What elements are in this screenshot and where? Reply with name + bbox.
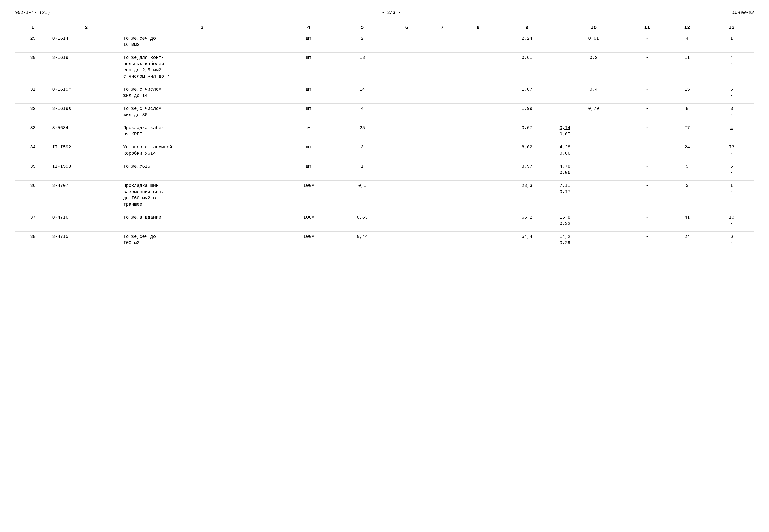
row-col11: - — [629, 231, 665, 248]
row-col7 — [425, 142, 460, 159]
row-desc: То же,для конт- рольных кабелей сеч.до 2… — [122, 52, 282, 82]
page-header: 902-I-47 (УШ) - 2/3 - 15400-08 — [15, 10, 754, 17]
row-spacer — [15, 120, 754, 123]
row-col10: 0,79 — [558, 104, 629, 120]
header-center: - 2/3 - — [382, 10, 401, 15]
row-unit: шт — [282, 104, 335, 120]
row-col6 — [389, 212, 425, 229]
row-code: 8-4707 — [51, 180, 122, 210]
row-col9: 8,02 — [496, 142, 558, 159]
row-col12: 3 — [665, 180, 709, 210]
row-spacer — [15, 159, 754, 161]
row-desc: Прокладка шин заземления сеч. до I60 мм2… — [122, 180, 282, 210]
row-col8 — [460, 231, 496, 248]
row-col12: 9 — [665, 161, 709, 178]
row-col11: - — [629, 104, 665, 120]
row-qty: 0,63 — [335, 212, 389, 229]
row-col11: - — [629, 52, 665, 82]
row-code: II-I592 — [51, 142, 122, 159]
row-col6 — [389, 52, 425, 82]
row-col6 — [389, 84, 425, 101]
row-col7 — [425, 212, 460, 229]
row-desc: То же,сеч.до I6 мм2 — [122, 33, 282, 50]
row-qty: 3 — [335, 142, 389, 159]
table-row: 338-5684Прокладка кабе- ля КРПТм250,670,… — [15, 123, 754, 139]
row-col7 — [425, 33, 460, 50]
row-col7 — [425, 161, 460, 178]
row-qty: 0,44 — [335, 231, 389, 248]
col-header-13: I3 — [709, 22, 754, 33]
row-col9: 0,6I — [496, 52, 558, 82]
row-col6 — [389, 161, 425, 178]
row-col6 — [389, 104, 425, 120]
row-col13: 4- — [709, 123, 754, 139]
row-col6 — [389, 142, 425, 159]
row-col9: I,07 — [496, 84, 558, 101]
header-right: 15400-08 — [732, 10, 754, 15]
row-col9: 8,97 — [496, 161, 558, 178]
row-qty: I8 — [335, 52, 389, 82]
row-col13: I0- — [709, 212, 754, 229]
row-unit: I00м — [282, 212, 335, 229]
row-num: 38 — [15, 231, 51, 248]
row-col10: 7,II0,I7 — [558, 180, 629, 210]
row-col10: 0,6I — [558, 33, 629, 50]
row-col8 — [460, 161, 496, 178]
row-code: 8-5684 — [51, 123, 122, 139]
table-row: 328-I6I9вТо же,с числом жил до 30шт4I,99… — [15, 104, 754, 120]
col-header-4: 4 — [282, 22, 335, 33]
row-col6 — [389, 123, 425, 139]
row-code: 8-I6I4 — [51, 33, 122, 50]
table-row: 368-4707Прокладка шин заземления сеч. до… — [15, 180, 754, 210]
row-col13: 3- — [709, 104, 754, 120]
row-col7 — [425, 84, 460, 101]
row-spacer — [15, 139, 754, 142]
row-col10: 0,2 — [558, 52, 629, 82]
row-qty: 25 — [335, 123, 389, 139]
row-num: 33 — [15, 123, 51, 139]
row-col11: - — [629, 161, 665, 178]
row-spacer — [15, 50, 754, 52]
row-col12: 24 — [665, 142, 709, 159]
col-header-5: 5 — [335, 22, 389, 33]
row-unit: шт — [282, 84, 335, 101]
table-row: 298-I6I4То же,сеч.до I6 мм2шт22,240,6I-4… — [15, 33, 754, 50]
row-qty: 4 — [335, 104, 389, 120]
row-code: 8-47I6 — [51, 212, 122, 229]
col-header-1: I — [15, 22, 51, 33]
col-header-7: 7 — [425, 22, 460, 33]
row-num: 29 — [15, 33, 51, 50]
col-header-10: IO — [558, 22, 629, 33]
row-col9: 2,24 — [496, 33, 558, 50]
row-col13: I3- — [709, 142, 754, 159]
row-col12: 8 — [665, 104, 709, 120]
col-header-9: 9 — [496, 22, 558, 33]
row-num: 35 — [15, 161, 51, 178]
row-col9: I,99 — [496, 104, 558, 120]
row-spacer — [15, 82, 754, 84]
row-col11: - — [629, 212, 665, 229]
col-header-6: 6 — [389, 22, 425, 33]
row-col8 — [460, 180, 496, 210]
row-col10: 4,780,06 — [558, 161, 629, 178]
row-unit: шт — [282, 33, 335, 50]
row-col13: 5- — [709, 161, 754, 178]
row-col7 — [425, 231, 460, 248]
row-desc: Прокладка кабе- ля КРПТ — [122, 123, 282, 139]
row-num: 37 — [15, 212, 51, 229]
row-col13: 6- — [709, 231, 754, 248]
header-left: 902-I-47 (УШ) — [15, 10, 50, 15]
row-unit: шт — [282, 161, 335, 178]
row-num: 36 — [15, 180, 51, 210]
col-header-11: II — [629, 22, 665, 33]
table-row: 378-47I6То же,в вданииI00м0,6365,2I5,80,… — [15, 212, 754, 229]
row-desc: То же,с числом жил до 30 — [122, 104, 282, 120]
row-col12: 4I — [665, 212, 709, 229]
row-qty: I — [335, 161, 389, 178]
row-spacer — [15, 210, 754, 212]
row-col8 — [460, 84, 496, 101]
col-header-8: 8 — [460, 22, 496, 33]
row-col10: I5,80,32 — [558, 212, 629, 229]
main-table: I 2 3 4 5 6 7 8 9 IO II I2 I3 298-I6I4То… — [15, 22, 754, 251]
row-col9: 54,4 — [496, 231, 558, 248]
